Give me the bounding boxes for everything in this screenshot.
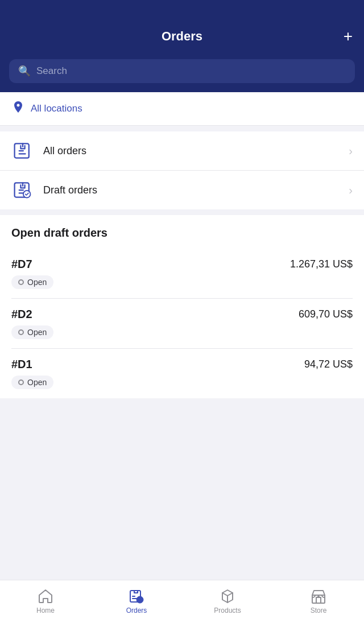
draft-order-d2[interactable]: #D2 609,70 US$ Open	[11, 299, 353, 349]
draft-order-d1[interactable]: #D1 94,72 US$ Open	[11, 349, 353, 398]
home-icon	[38, 588, 53, 604]
draft-order-d7-header: #D7 1.267,31 US$	[11, 258, 353, 271]
section-divider-1	[0, 126, 364, 131]
draft-order-d1-amount: 94,72 US$	[304, 358, 353, 370]
draft-order-d2-amount: 609,70 US$	[299, 308, 353, 320]
svg-point-4	[136, 596, 143, 603]
open-draft-orders-section: Open draft orders #D7 1.267,31 US$ Open …	[0, 215, 364, 398]
order-type-list: All orders › Draft orders ›	[0, 131, 364, 209]
draft-order-d2-status-dot	[18, 329, 24, 335]
location-filter[interactable]: All locations	[0, 92, 364, 126]
add-order-button[interactable]: +	[332, 28, 353, 44]
draft-orders-icon	[11, 179, 34, 201]
open-draft-orders-title: Open draft orders	[11, 226, 353, 240]
draft-order-d7[interactable]: #D7 1.267,31 US$ Open	[11, 249, 353, 299]
nav-products[interactable]: Products	[182, 580, 273, 618]
orders-icon	[129, 588, 144, 604]
nav-orders[interactable]: Orders	[91, 580, 182, 618]
bottom-nav: Home Orders Products	[0, 580, 364, 627]
draft-order-d7-amount: 1.267,31 US$	[290, 258, 353, 270]
draft-order-d1-status-text: Open	[27, 378, 47, 387]
products-nav-label: Products	[214, 607, 241, 614]
draft-order-d1-status-dot	[18, 380, 24, 385]
nav-store[interactable]: Store	[273, 580, 364, 618]
draft-orders-label: Draft orders	[43, 184, 340, 196]
draft-order-d7-status-dot	[18, 279, 24, 285]
draft-order-d2-header: #D2 609,70 US$	[11, 308, 353, 321]
draft-order-d1-id: #D1	[11, 358, 32, 371]
nav-home[interactable]: Home	[0, 580, 91, 618]
all-orders-icon	[11, 139, 34, 162]
section-divider-2	[0, 209, 364, 215]
store-icon	[311, 588, 326, 604]
draft-order-d2-status-text: Open	[27, 328, 47, 337]
location-label: All locations	[31, 103, 82, 114]
header: Orders +	[0, 0, 364, 53]
draft-orders-item[interactable]: Draft orders ›	[0, 171, 364, 209]
draft-order-d1-header: #D1 94,72 US$	[11, 358, 353, 371]
search-icon: 🔍	[18, 65, 31, 77]
draft-order-d1-status: Open	[11, 376, 53, 389]
draft-order-d7-status-text: Open	[27, 278, 47, 287]
all-orders-chevron: ›	[349, 145, 353, 158]
all-orders-label: All orders	[43, 145, 340, 157]
draft-order-d7-id: #D7	[11, 258, 32, 271]
location-icon	[11, 100, 25, 117]
search-bar[interactable]: 🔍 Search	[9, 59, 355, 83]
products-icon	[220, 588, 235, 604]
search-placeholder: Search	[36, 65, 67, 77]
svg-rect-6	[316, 597, 321, 603]
draft-order-d2-id: #D2	[11, 308, 32, 321]
draft-order-d2-status: Open	[11, 325, 53, 339]
all-orders-item[interactable]: All orders ›	[0, 131, 364, 171]
draft-orders-chevron: ›	[349, 184, 353, 197]
store-nav-label: Store	[311, 607, 327, 614]
orders-nav-label: Orders	[126, 607, 147, 614]
page-title: Orders	[32, 29, 332, 44]
search-bar-container: 🔍 Search	[0, 53, 364, 92]
draft-order-d7-status: Open	[11, 275, 53, 289]
bottom-padding	[0, 398, 364, 446]
home-nav-label: Home	[36, 607, 55, 614]
